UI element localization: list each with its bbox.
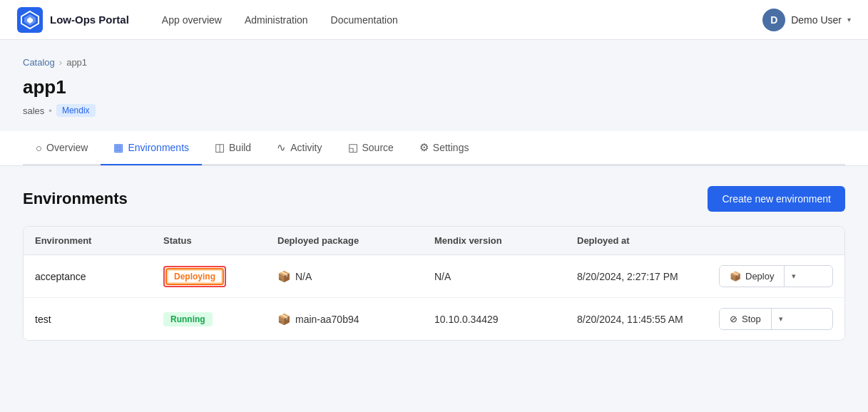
stop-button-group: ⊘ Stop ▾	[719, 308, 833, 330]
create-new-environment-button[interactable]: Create new environment	[708, 186, 845, 212]
tabs: ○ Overview ▦ Environments ◫ Build ∿ Acti…	[23, 131, 845, 165]
tab-activity-label: Activity	[290, 142, 322, 153]
col-header-status: Status	[163, 235, 277, 246]
deploy-chevron-icon: ▾	[792, 272, 796, 280]
overview-icon: ○	[36, 142, 42, 154]
env-name-acceptance: acceptance	[35, 271, 163, 282]
table-row: test Running 📦 main-aa70b94 10.10.0.3442…	[24, 298, 844, 340]
mendix-version-test: 10.10.0.34429	[434, 314, 577, 325]
user-menu[interactable]: D Demo User ▾	[762, 9, 851, 31]
deployed-at-test: 8/20/2024, 11:45:55 AM	[577, 314, 719, 325]
chevron-down-icon: ▾	[847, 16, 851, 24]
build-icon: ◫	[215, 141, 225, 154]
stop-button[interactable]: ⊘ Stop	[720, 309, 772, 329]
stop-btn-label: Stop	[742, 314, 761, 324]
tab-build-label: Build	[229, 142, 251, 153]
breadcrumb-current: app1	[66, 57, 87, 68]
environments-header: Environments Create new environment	[23, 186, 845, 212]
environments-icon: ▦	[113, 141, 123, 154]
tab-settings-label: Settings	[433, 142, 469, 153]
tab-build[interactable]: ◫ Build	[202, 131, 264, 165]
status-badge-running: Running	[163, 312, 213, 326]
activity-icon: ∿	[277, 141, 286, 154]
table-row: acceptance Deploying 📦 N/A N/A 8/20/2024…	[24, 255, 844, 298]
table-header: Environment Status Deployed package Mend…	[24, 227, 844, 255]
deploy-dropdown-button[interactable]: ▾	[785, 267, 803, 286]
deployed-package-acceptance: 📦 N/A	[277, 270, 434, 283]
settings-icon: ⚙	[419, 141, 429, 154]
source-icon: ◱	[348, 141, 358, 154]
stop-btn-icon: ⊘	[730, 314, 737, 324]
status-cell-acceptance: Deploying	[163, 266, 277, 287]
package-icon: 📦	[277, 313, 291, 326]
environments-title: Environments	[23, 190, 128, 208]
mendix-version-acceptance: N/A	[434, 271, 577, 282]
tab-settings[interactable]: ⚙ Settings	[407, 131, 482, 165]
header-nav: App overview Administration Documentatio…	[152, 9, 740, 31]
deploy-button-group: 📦 Deploy ▾	[719, 265, 833, 287]
stop-chevron-icon: ▾	[779, 314, 783, 323]
package-name-acceptance: N/A	[295, 271, 312, 282]
package-icon: 📦	[277, 270, 291, 283]
deploy-button[interactable]: 📦 Deploy	[720, 266, 785, 287]
tabs-container: ○ Overview ▦ Environments ◫ Build ∿ Acti…	[0, 131, 868, 166]
header: Low-Ops Portal App overview Administrati…	[0, 0, 868, 40]
deployed-at-acceptance: 8/20/2024, 2:27:17 PM	[577, 271, 719, 282]
col-header-actions	[719, 235, 833, 246]
tag-prefix: sales	[23, 105, 44, 116]
tab-environments[interactable]: ▦ Environments	[101, 131, 202, 165]
env-name-test: test	[35, 314, 163, 325]
tab-activity[interactable]: ∿ Activity	[264, 131, 335, 165]
breadcrumb-separator: ›	[59, 57, 62, 68]
tab-overview-label: Overview	[46, 142, 88, 153]
nav-app-overview[interactable]: App overview	[152, 9, 232, 31]
tab-environments-label: Environments	[128, 142, 189, 153]
col-header-mendix-version: Mendix version	[434, 235, 577, 246]
tab-source[interactable]: ◱ Source	[335, 131, 407, 165]
tags-row: sales • Mendix	[23, 104, 845, 117]
breadcrumb: Catalog › app1	[23, 57, 845, 68]
deploy-btn-icon: 📦	[730, 271, 741, 282]
tag-dot: •	[48, 105, 52, 116]
deploy-btn-label: Deploy	[745, 271, 774, 282]
stop-dropdown-button[interactable]: ▾	[772, 309, 790, 329]
status-badge-deploying: Deploying	[165, 268, 224, 285]
action-cell-acceptance: 📦 Deploy ▾	[719, 265, 833, 287]
col-header-environment: Environment	[35, 235, 163, 246]
nav-documentation[interactable]: Documentation	[321, 9, 408, 31]
tab-overview[interactable]: ○ Overview	[23, 131, 101, 165]
logo-icon	[17, 7, 43, 33]
package-name-test: main-aa70b94	[295, 314, 359, 325]
mendix-tag-badge: Mendix	[56, 104, 96, 117]
deployed-package-test: 📦 main-aa70b94	[277, 313, 434, 326]
col-header-deployed-at: Deployed at	[577, 235, 719, 246]
breadcrumb-parent[interactable]: Catalog	[23, 57, 55, 68]
user-name: Demo User	[791, 14, 842, 26]
page-title: app1	[23, 76, 845, 98]
logo-text: Low-Ops Portal	[50, 14, 129, 26]
nav-administration[interactable]: Administration	[235, 9, 318, 31]
status-deploying-wrapper: Deploying	[163, 266, 226, 287]
tab-source-label: Source	[362, 142, 394, 153]
user-avatar: D	[762, 9, 785, 31]
col-header-deployed-package: Deployed package	[277, 235, 434, 246]
status-cell-test: Running	[163, 312, 277, 326]
page-body: Catalog › app1 app1 sales • Mendix ○ Ove…	[0, 40, 868, 358]
environments-section: Environments Create new environment Envi…	[23, 166, 845, 341]
environments-table: Environment Status Deployed package Mend…	[23, 226, 845, 341]
action-cell-test: ⊘ Stop ▾	[719, 308, 833, 330]
logo: Low-Ops Portal	[17, 7, 129, 33]
